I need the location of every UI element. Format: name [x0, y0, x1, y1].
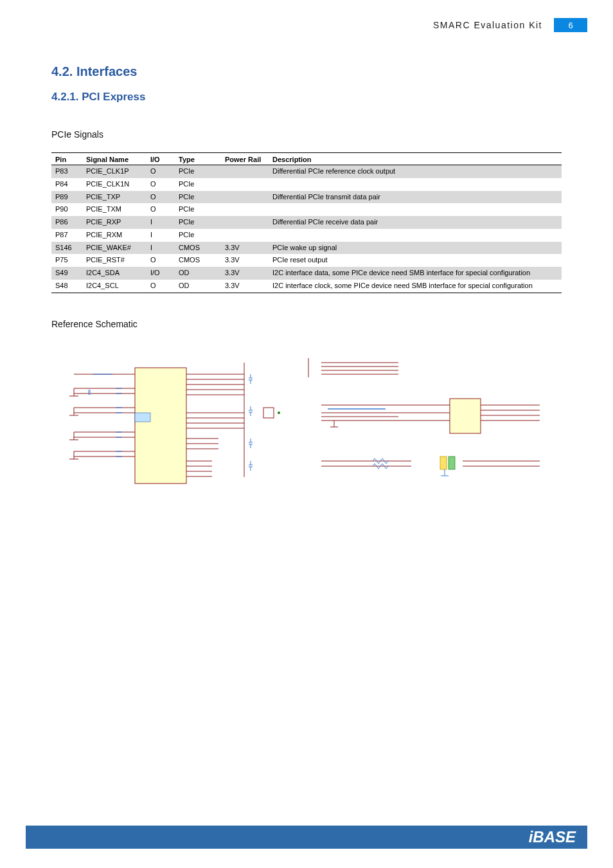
- cell-rail: 3.3V: [221, 242, 269, 255]
- cell-type: PCIe: [175, 203, 221, 216]
- header-bar: SMARC Evaluation Kit 6: [51, 18, 587, 32]
- cell-pin: P87: [51, 229, 82, 242]
- col-desc: Description: [269, 153, 562, 165]
- brand-logo: iBASE: [529, 828, 576, 846]
- table-row: P86PCIE_RXPIPCIeDifferential PCIe receiv…: [51, 216, 562, 229]
- cell-desc: PCIe wake up signal: [269, 242, 562, 255]
- cell-io: O: [147, 203, 175, 216]
- cell-desc: Differential PCIe receive data pair: [269, 216, 562, 229]
- col-io: I/O: [147, 153, 175, 165]
- cell-pin: S49: [51, 267, 82, 280]
- col-signal: Signal Name: [82, 153, 147, 165]
- cell-desc: [269, 203, 562, 216]
- section-heading: 4.2. Interfaces: [51, 64, 562, 79]
- svg-rect-1: [135, 413, 150, 422]
- cell-type: PCIe: [175, 178, 221, 191]
- cell-signal: PCIE_TXP: [82, 191, 147, 204]
- cell-rail: [221, 191, 269, 204]
- page-number-badge: 6: [554, 18, 587, 32]
- cell-pin: P75: [51, 254, 82, 267]
- cell-rail: [221, 178, 269, 191]
- schematic-svg: [51, 348, 553, 496]
- cell-io: O: [147, 191, 175, 204]
- cell-pin: P86: [51, 216, 82, 229]
- signals-heading: PCIe Signals: [51, 129, 562, 140]
- cell-io: O: [147, 280, 175, 293]
- cell-rail: [221, 165, 269, 178]
- cell-type: OD: [175, 267, 221, 280]
- table-row: S48I2C4_SCLOOD3.3VI2C interface clock, s…: [51, 280, 562, 293]
- cell-signal: I2C4_SDA: [82, 267, 147, 280]
- table-row: P84PCIE_CLK1NOPCIe: [51, 178, 562, 191]
- cell-io: O: [147, 254, 175, 267]
- cell-io: I: [147, 242, 175, 255]
- cell-type: CMOS: [175, 242, 221, 255]
- cell-signal: PCIE_RXM: [82, 229, 147, 242]
- subsection-heading: 4.2.1. PCI Express: [51, 91, 562, 104]
- cell-rail: [221, 216, 269, 229]
- svg-rect-90: [449, 457, 455, 469]
- cell-rail: 3.3V: [221, 254, 269, 267]
- cell-desc: PCIe reset output: [269, 254, 562, 267]
- cell-type: PCIe: [175, 216, 221, 229]
- svg-rect-63: [263, 408, 274, 418]
- cell-pin: S146: [51, 242, 82, 255]
- cell-signal: PCIE_RST#: [82, 254, 147, 267]
- cell-desc: Differential PCIe reference clock output: [269, 165, 562, 178]
- cell-rail: 3.3V: [221, 280, 269, 293]
- cell-signal: PCIE_WAKE#: [82, 242, 147, 255]
- page-content: 4.2. Interfaces 4.2.1. PCI Express PCIe …: [51, 64, 562, 496]
- cell-io: I: [147, 216, 175, 229]
- cell-io: I/O: [147, 267, 175, 280]
- cell-rail: [221, 229, 269, 242]
- cell-type: PCIe: [175, 165, 221, 178]
- cell-type: PCIe: [175, 229, 221, 242]
- table-row: S49I2C4_SDAI/OOD3.3VI2C interface data, …: [51, 267, 562, 280]
- svg-rect-0: [135, 368, 186, 484]
- cell-pin: S48: [51, 280, 82, 293]
- table-row: P83PCIE_CLK1POPCIeDifferential PCIe refe…: [51, 165, 562, 178]
- cell-pin: P90: [51, 203, 82, 216]
- svg-rect-77: [450, 399, 481, 433]
- cell-type: PCIe: [175, 191, 221, 204]
- table-header-row: Pin Signal Name I/O Type Power Rail Desc…: [51, 153, 562, 165]
- cell-signal: PCIE_CLK1N: [82, 178, 147, 191]
- cell-pin: P89: [51, 191, 82, 204]
- table-row: P89PCIE_TXPOPCIeDifferential PCIe transm…: [51, 191, 562, 204]
- page-number: 6: [568, 21, 573, 30]
- cell-io: O: [147, 165, 175, 178]
- svg-point-64: [278, 411, 280, 414]
- doc-title: SMARC Evaluation Kit: [433, 20, 542, 30]
- cell-signal: PCIE_CLK1P: [82, 165, 147, 178]
- cell-desc: [269, 229, 562, 242]
- cell-desc: Differential PCIe transmit data pair: [269, 191, 562, 204]
- cell-pin: P83: [51, 165, 82, 178]
- signals-table: Pin Signal Name I/O Type Power Rail Desc…: [51, 152, 562, 293]
- cell-io: I: [147, 229, 175, 242]
- table-row: S146PCIE_WAKE#ICMOS3.3VPCIe wake up sign…: [51, 242, 562, 255]
- col-rail: Power Rail: [221, 153, 269, 165]
- footer-bar: iBASE: [26, 826, 587, 849]
- cell-desc: I2C interface data, some PICe device nee…: [269, 267, 562, 280]
- cell-desc: [269, 178, 562, 191]
- cell-io: O: [147, 178, 175, 191]
- cell-type: CMOS: [175, 254, 221, 267]
- cell-rail: [221, 203, 269, 216]
- reference-schematic: [51, 348, 553, 496]
- cell-signal: I2C4_SCL: [82, 280, 147, 293]
- svg-rect-89: [440, 457, 447, 469]
- col-type: Type: [175, 153, 221, 165]
- table-row: P75PCIE_RST#OCMOS3.3VPCIe reset output: [51, 254, 562, 267]
- cell-type: OD: [175, 280, 221, 293]
- cell-pin: P84: [51, 178, 82, 191]
- cell-desc: I2C interface clock, some PICe device ne…: [269, 280, 562, 293]
- table-row: P90PCIE_TXMOPCIe: [51, 203, 562, 216]
- table-row: P87PCIE_RXMIPCIe: [51, 229, 562, 242]
- cell-signal: PCIE_RXP: [82, 216, 147, 229]
- col-pin: Pin: [51, 153, 82, 165]
- cell-rail: 3.3V: [221, 267, 269, 280]
- reference-schematic-heading: Reference Schematic: [51, 319, 562, 329]
- cell-signal: PCIE_TXM: [82, 203, 147, 216]
